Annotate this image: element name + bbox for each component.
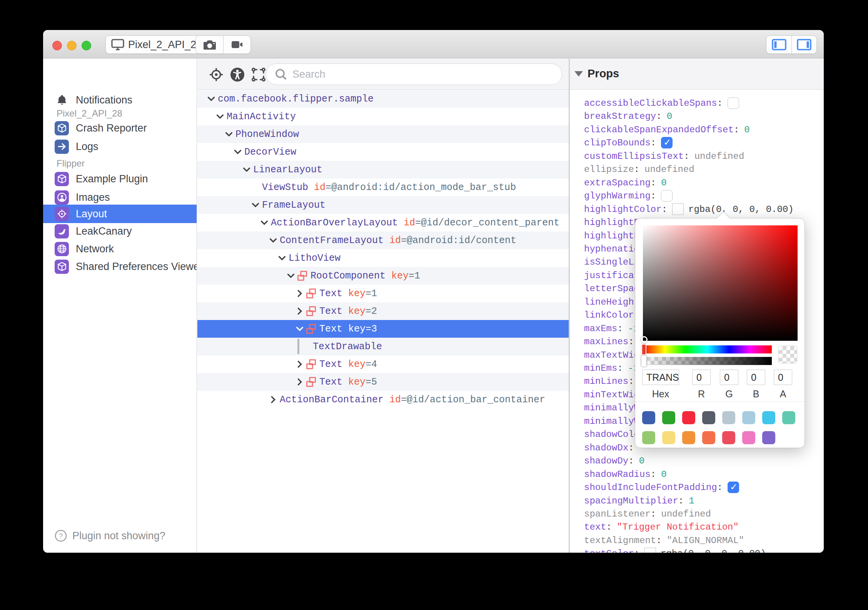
images-icon bbox=[55, 190, 69, 205]
chevron-collapsed-icon[interactable] bbox=[295, 306, 306, 316]
plugin-not-showing-label: Plugin not showing? bbox=[72, 530, 165, 542]
prop-checkbox[interactable] bbox=[728, 482, 739, 493]
chevron-expanded-icon[interactable] bbox=[286, 271, 297, 281]
select-element-icon[interactable] bbox=[251, 67, 266, 82]
screenshot-button[interactable] bbox=[196, 36, 223, 53]
tree-row-framelayout[interactable]: FrameLayout bbox=[197, 196, 569, 214]
minimize-button[interactable] bbox=[67, 41, 77, 50]
preset-color-swatch[interactable] bbox=[722, 431, 735, 444]
alpha-input[interactable]: 0 bbox=[774, 370, 792, 385]
sidebar-item-shared-preferences-viewer[interactable]: Shared Preferences Viewer bbox=[43, 257, 197, 276]
tree-row-rootcomponent[interactable]: RootComponentkey=1 bbox=[197, 267, 569, 285]
tree-row-lithoview[interactable]: LithoView bbox=[197, 249, 569, 267]
red-input[interactable]: 0 bbox=[692, 370, 711, 385]
alpha-slider-handle[interactable] bbox=[641, 355, 646, 367]
prop-checkbox[interactable] bbox=[661, 190, 673, 202]
sidebar-item-layout[interactable]: Layout bbox=[43, 205, 197, 223]
sidebar-item-crash-reporter[interactable]: Crash Reporter bbox=[43, 119, 197, 137]
chevron-collapsed-icon[interactable] bbox=[268, 395, 280, 405]
tree-row-linearlayout[interactable]: LinearLayout bbox=[197, 161, 569, 178]
chevron-expanded-icon[interactable] bbox=[295, 324, 306, 334]
zoom-button[interactable] bbox=[82, 41, 91, 50]
chevron-expanded-icon[interactable] bbox=[215, 112, 227, 122]
sidebar-item-images[interactable]: Images bbox=[43, 188, 197, 207]
tree-row-text[interactable]: Textkey=2 bbox=[197, 302, 569, 320]
tree-row-decorview[interactable]: DecorView bbox=[197, 143, 569, 161]
props-section-header[interactable]: Props bbox=[570, 59, 824, 90]
element-attr-name: key bbox=[348, 323, 366, 335]
tree-row-viewstub[interactable]: ViewStubid=@android:id/action_mode_bar_s… bbox=[197, 178, 569, 196]
target-mode-icon[interactable] bbox=[209, 67, 224, 82]
toggle-right-sidebar-button[interactable] bbox=[791, 36, 816, 53]
tree-row-text[interactable]: Textkey=3 bbox=[197, 320, 569, 338]
tree-row-actionbarcontainer[interactable]: ActionBarContainerid=@id/action_bar_cont… bbox=[197, 391, 569, 408]
close-button[interactable] bbox=[52, 41, 62, 50]
search-input[interactable]: Search bbox=[266, 63, 562, 85]
tree-row-textdrawable[interactable]: TextDrawable bbox=[197, 338, 569, 355]
chevron-expanded-icon[interactable] bbox=[259, 218, 271, 228]
prop-checkbox[interactable] bbox=[728, 97, 739, 109]
tree-row-mainactivity[interactable]: MainActivity bbox=[197, 108, 569, 125]
preset-color-swatch[interactable] bbox=[702, 411, 715, 424]
tree-row-phonewindow[interactable]: PhoneWindow bbox=[197, 125, 569, 143]
chevron-collapsed-icon[interactable] bbox=[295, 377, 306, 387]
prop-checkbox[interactable] bbox=[661, 137, 673, 148]
plugin-not-showing-link[interactable]: ? Plugin not showing? bbox=[55, 530, 165, 542]
litho-component-icon bbox=[306, 306, 316, 316]
tree-row-com.facebook.flipper.sample[interactable]: com.facebook.flipper.sample bbox=[197, 90, 569, 108]
preset-color-swatch[interactable] bbox=[762, 411, 775, 424]
element-attr-value: =@id/decor_content_parent bbox=[415, 217, 559, 228]
accessibility-icon[interactable] bbox=[230, 67, 245, 82]
chevron-collapsed-icon[interactable] bbox=[295, 359, 306, 369]
preset-color-swatch[interactable] bbox=[682, 431, 695, 444]
preset-color-swatch[interactable] bbox=[762, 431, 775, 444]
preset-color-swatch[interactable] bbox=[782, 411, 795, 424]
preset-color-swatch[interactable] bbox=[742, 411, 755, 424]
prop-color-swatch[interactable] bbox=[672, 203, 684, 215]
tree-row-contentframelayout[interactable]: ContentFrameLayoutid=@android:id/content bbox=[197, 232, 569, 249]
prop-color-swatch[interactable] bbox=[644, 548, 656, 553]
chevron-expanded-icon[interactable] bbox=[242, 165, 253, 175]
sidebar-item-example-plugin[interactable]: Example Plugin bbox=[43, 170, 197, 188]
tree-row-text[interactable]: Textkey=1 bbox=[197, 285, 569, 302]
tree-row-text[interactable]: Textkey=5 bbox=[197, 373, 569, 391]
titlebar: Pixel_2_API_28 bbox=[43, 30, 824, 58]
preset-color-swatch[interactable] bbox=[642, 431, 655, 444]
alpha-slider[interactable] bbox=[643, 357, 772, 365]
sidebar-item-notifications[interactable]: Notifications bbox=[43, 91, 197, 109]
toggle-left-sidebar-button[interactable] bbox=[766, 36, 791, 53]
prop-name: hyphenatio bbox=[584, 244, 639, 254]
prop-row-shadowdx: shadowDx: bbox=[584, 441, 639, 454]
chevron-expanded-icon[interactable] bbox=[277, 253, 289, 263]
chevron-expanded-icon[interactable] bbox=[250, 200, 262, 210]
preset-color-swatch[interactable] bbox=[682, 411, 695, 424]
sidebar-item-leakcanary[interactable]: LeakCanary bbox=[43, 222, 197, 240]
prop-name: isSingleLi bbox=[584, 257, 639, 267]
hex-input[interactable]: TRANS bbox=[642, 370, 679, 385]
chevron-expanded-icon[interactable] bbox=[268, 235, 280, 245]
tree-row-text[interactable]: Textkey=4 bbox=[197, 355, 569, 373]
saturation-cursor[interactable] bbox=[641, 336, 648, 343]
sidebar-item-network[interactable]: Network bbox=[43, 240, 197, 258]
prop-name: glyphWarming bbox=[584, 191, 651, 201]
chevron-expanded-icon[interactable] bbox=[233, 147, 244, 157]
preset-color-swatch[interactable] bbox=[642, 411, 655, 424]
preset-color-swatch[interactable] bbox=[662, 431, 675, 444]
chevron-expanded-icon[interactable] bbox=[206, 94, 218, 104]
tree-row-actionbaroverlaylayout[interactable]: ActionBarOverlayLayoutid=@id/decor_conte… bbox=[197, 214, 569, 232]
green-input[interactable]: 0 bbox=[720, 370, 738, 385]
chevron-collapsed-icon[interactable] bbox=[295, 288, 306, 298]
preset-color-swatch[interactable] bbox=[722, 411, 735, 424]
device-selector-button[interactable]: Pixel_2_API_28 bbox=[105, 35, 210, 54]
indent-guide bbox=[297, 339, 299, 354]
screen-record-button[interactable] bbox=[223, 36, 250, 53]
hue-slider[interactable] bbox=[643, 345, 772, 353]
preset-color-swatch[interactable] bbox=[742, 431, 755, 444]
hue-slider-handle[interactable] bbox=[641, 344, 646, 355]
blue-input[interactable]: 0 bbox=[747, 370, 765, 385]
chevron-expanded-icon[interactable] bbox=[224, 129, 235, 139]
sidebar-item-logs[interactable]: Logs bbox=[43, 137, 197, 156]
preset-color-swatch[interactable] bbox=[662, 411, 675, 424]
preset-color-swatch[interactable] bbox=[702, 431, 715, 444]
saturation-gradient[interactable] bbox=[643, 225, 798, 341]
